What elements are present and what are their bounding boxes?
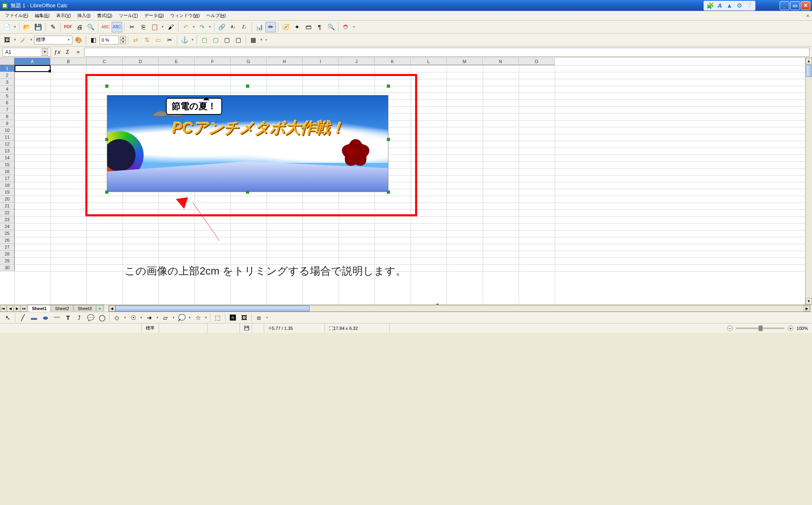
send-back-button[interactable]: ▢ (210, 35, 221, 45)
column-header[interactable]: L (411, 58, 447, 65)
menu-t[interactable]: ツール(T) (116, 12, 141, 19)
fontwork-tool[interactable]: 🅰 (227, 313, 238, 323)
autospell-icon[interactable]: ABC (112, 22, 122, 32)
row-header[interactable]: 19 (0, 189, 15, 196)
bring-front-button[interactable]: ▢ (199, 35, 210, 45)
resize-handle-n[interactable] (246, 85, 249, 88)
resize-handle-w[interactable] (105, 138, 108, 141)
column-header[interactable]: O (519, 58, 555, 65)
flip-h-button[interactable]: ⇄ (130, 35, 141, 45)
close-button[interactable]: ✕ (801, 1, 810, 10)
cut-button[interactable]: ✂ (127, 22, 137, 32)
menu-d[interactable]: データ(D) (141, 12, 167, 19)
ext-icon-1[interactable]: 🧩 (706, 2, 714, 10)
function-wizard-button[interactable]: ƒⅹ (53, 48, 61, 57)
scroll-up-button[interactable]: ▲ (806, 58, 812, 64)
flowchart-tool[interactable]: ▱ (160, 313, 171, 323)
column-header[interactable]: A (15, 58, 51, 65)
callout-shapes-tool[interactable]: 💭 (176, 313, 187, 323)
star-shapes-tool[interactable]: ☆ (193, 313, 203, 323)
crop-button[interactable]: ✂ (164, 35, 175, 45)
pdf-button[interactable]: PDF (63, 22, 73, 32)
ext-icon-2[interactable]: A (716, 2, 724, 10)
foreground-button[interactable]: ▢ (222, 35, 232, 45)
sum-button[interactable]: Σ (63, 48, 72, 57)
align-dropdown[interactable]: ▼ (259, 38, 263, 42)
show-draw-button[interactable]: ✏ (265, 22, 276, 32)
paste-dropdown[interactable]: ▼ (161, 25, 165, 29)
freeform-tool[interactable]: 〰 (51, 313, 62, 323)
row-header[interactable]: 8 (0, 113, 15, 120)
dd[interactable]: ▼ (155, 316, 159, 319)
copy-button[interactable]: ⎘ (138, 22, 148, 32)
open-button[interactable]: 📂 (21, 22, 32, 32)
sort-desc-button[interactable]: Z↓ (239, 22, 250, 32)
vertical-scrollbar[interactable]: ▲ ▼ (805, 58, 812, 304)
dd[interactable]: ▼ (204, 316, 208, 319)
add-sheet-button[interactable]: + (96, 305, 104, 312)
shapes-tool[interactable]: ◯ (97, 313, 107, 323)
toolbar-overflow[interactable]: ▾ (352, 25, 356, 29)
menu-f[interactable]: ファイル(F) (2, 12, 32, 19)
close-document-button[interactable]: × (806, 12, 810, 19)
anchor-button[interactable]: ⚓ (179, 35, 190, 45)
row-header[interactable]: 6 (0, 99, 15, 106)
from-file-tool[interactable]: 🖼 (239, 313, 249, 323)
row-header[interactable]: 24 (0, 223, 15, 230)
preview-button[interactable]: 🔍 (85, 22, 96, 32)
drawbar-overflow[interactable]: ▾ (265, 316, 269, 319)
status-selection-mode[interactable] (208, 323, 240, 333)
ellipse-tool[interactable]: ⬬ (40, 313, 51, 323)
resize-handle-ne[interactable] (387, 85, 390, 88)
row-header[interactable]: 9 (0, 120, 15, 127)
background-button[interactable]: ▢ (233, 35, 244, 45)
row-header[interactable]: 12 (0, 141, 15, 148)
column-header[interactable]: B (51, 58, 87, 65)
points-tool[interactable]: ⬚ (212, 313, 223, 323)
hscroll-thumb[interactable] (115, 306, 310, 311)
resize-handle-s[interactable] (246, 190, 249, 194)
resize-handle-se[interactable] (387, 190, 390, 194)
basic-shapes-tool[interactable]: ◇ (112, 313, 122, 323)
first-sheet-button[interactable]: ⏮ (0, 305, 6, 312)
column-header[interactable]: J (339, 58, 375, 65)
column-header[interactable]: H (267, 58, 303, 65)
row-header[interactable]: 1 (0, 65, 15, 72)
zoom-slider[interactable] (736, 328, 784, 329)
cell-grid[interactable]: 節電の夏！ PCアンチメタボ大作戦！ この画像の上部2cm をトリミングする場合… (15, 65, 812, 304)
image-style-combo[interactable]: 標準 ▼ (34, 36, 72, 44)
line-tool[interactable]: ╱ (17, 313, 28, 323)
row-header[interactable]: 29 (0, 258, 15, 264)
row-header[interactable]: 5 (0, 93, 15, 99)
row-header[interactable]: 15 (0, 161, 15, 168)
anchor-dropdown[interactable]: ▼ (191, 38, 195, 42)
row-header[interactable]: 10 (0, 127, 15, 134)
dd[interactable]: ▼ (188, 316, 192, 319)
status-insert-mode[interactable] (159, 323, 208, 333)
save-button[interactable]: 💾 (33, 22, 43, 32)
sheet-tab[interactable]: Sheet2 (51, 305, 74, 312)
transparency-value[interactable]: 0 % (100, 36, 119, 44)
row-header[interactable]: 27 (0, 244, 15, 251)
navigator-button[interactable]: 🧭 (280, 22, 291, 32)
hyperlink-button[interactable]: 🔗 (216, 22, 227, 32)
align-button[interactable]: ▦ (248, 35, 259, 45)
arrow-shapes-tool[interactable]: ➜ (144, 313, 155, 323)
column-header[interactable]: F (195, 58, 231, 65)
cell-reference-box[interactable]: A1 ▼ (2, 48, 51, 57)
chart-button[interactable]: 📊 (254, 22, 265, 32)
next-sheet-button[interactable]: ▶ (14, 305, 20, 312)
filter-button[interactable]: 🖼 (2, 35, 12, 45)
scroll-right-button[interactable]: ▶ (804, 306, 810, 311)
settings-icon[interactable]: ⚙ (735, 2, 743, 10)
redo-dropdown[interactable]: ▼ (208, 25, 212, 29)
ext-icon-3[interactable]: ▲ (725, 2, 734, 10)
resize-handle-e[interactable] (387, 138, 390, 141)
column-header[interactable]: M (447, 58, 483, 65)
column-header[interactable]: N (483, 58, 519, 65)
maximize-button[interactable]: ▭ (790, 1, 800, 10)
last-sheet-button[interactable]: ⏭ (21, 305, 27, 312)
status-style[interactable]: 標準 (142, 323, 159, 333)
new-dropdown[interactable]: ▼ (13, 25, 17, 29)
selected-image-object[interactable]: 節電の夏！ PCアンチメタボ大作戦！ (107, 86, 388, 192)
